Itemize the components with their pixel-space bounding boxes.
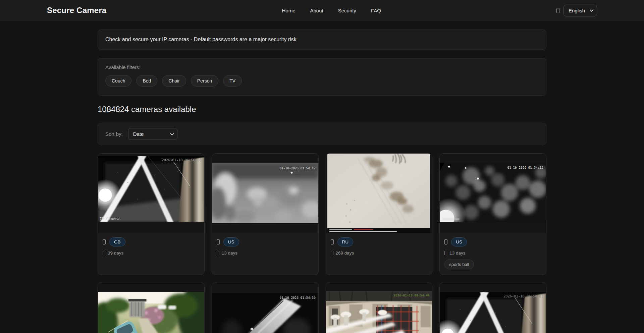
filter-button-tv[interactable]: TV xyxy=(223,75,242,87)
camera-timestamp: 01-10-2026 01:54:30 xyxy=(279,296,316,299)
camera-image-garden-driveway[interactable] xyxy=(98,282,204,333)
camera-image-night-infrared-beams[interactable]: 2026-01-10 06:54:01 xyxy=(440,282,546,333)
camera-image-snowy-road[interactable] xyxy=(326,154,432,233)
flag-icon xyxy=(444,239,447,244)
camera-count-heading: 1084824 cameras available xyxy=(98,105,546,114)
security-warning-text: Check and secure your IP cameras - Defau… xyxy=(105,37,297,42)
camera-timestamp: 01-10-2026 01:54:35 xyxy=(507,166,543,169)
camera-card[interactable]: 01-10-2026 01:54:47 US 13 days xyxy=(212,153,319,275)
country-badge: RU xyxy=(337,237,354,246)
filter-button-couch[interactable]: Couch xyxy=(105,75,131,87)
camera-card[interactable]: 01-10-2026 01:54:30 xyxy=(212,282,319,333)
brand-title: Secure Camera xyxy=(47,6,106,15)
camera-timestamp: 2026-01-10 06:54:01 xyxy=(503,294,543,298)
camera-age: 13 days xyxy=(222,251,237,256)
camera-image-night-infrared-beams[interactable]: 2026-01-10 06:56:08 IP Camera xyxy=(98,154,204,233)
camera-overlay-label: IP Camera xyxy=(100,217,119,221)
flag-icon xyxy=(331,239,334,244)
country-badge: US xyxy=(223,237,239,246)
camera-timestamp: 01-10-2026 01:54:47 xyxy=(279,166,315,170)
detection-tag: sports ball xyxy=(444,260,474,269)
flag-icon xyxy=(103,239,106,244)
camera-age: 39 days xyxy=(108,251,123,256)
sort-label: Sort by: xyxy=(105,131,123,137)
camera-card[interactable]: 01-10-2026 01:54:35 US 13 days sports ba… xyxy=(439,153,546,275)
nav-link-home[interactable]: Home xyxy=(282,8,295,13)
filter-button-chair[interactable]: Chair xyxy=(162,75,186,87)
sort-panel: Sort by: Date xyxy=(98,123,546,145)
camera-timestamp: 2026-01-10 09:54:44 xyxy=(393,293,430,297)
camera-image-dark-plank[interactable]: 01-10-2026 01:54:30 xyxy=(212,282,318,333)
camera-card[interactable]: 2026-01-10 06:54:01 xyxy=(439,282,546,333)
nav-links: Home About Security FAQ xyxy=(106,8,556,13)
sort-select[interactable]: Date xyxy=(128,128,177,140)
security-warning-banner: Check and secure your IP cameras - Defau… xyxy=(98,30,546,50)
camera-card[interactable]: 2026-01-10 06:56:08 IP Camera GB 39 days xyxy=(98,153,205,275)
camera-age: 269 days xyxy=(336,251,354,256)
clock-icon xyxy=(103,251,105,255)
country-badge: GB xyxy=(109,237,125,246)
top-navbar: Secure Camera Home About Security FAQ En… xyxy=(0,0,644,21)
filters-panel: Available filters: Couch Bed Chair Perso… xyxy=(98,58,546,96)
nav-link-security[interactable]: Security xyxy=(338,8,356,13)
filter-button-bed[interactable]: Bed xyxy=(136,75,157,87)
country-badge: US xyxy=(451,237,467,246)
camera-timestamp: 2026-01-10 06:56:08 xyxy=(162,158,202,162)
nav-link-faq[interactable]: FAQ xyxy=(371,8,381,13)
camera-image-night-bokeh[interactable]: 01-10-2026 01:54:35 xyxy=(440,154,546,233)
filter-button-person[interactable]: Person xyxy=(191,75,218,87)
flag-icon xyxy=(217,239,220,244)
camera-age: 13 days xyxy=(449,251,465,256)
camera-card[interactable] xyxy=(98,282,205,333)
nav-link-about[interactable]: About xyxy=(310,8,323,13)
clock-icon xyxy=(444,251,447,255)
language-select[interactable]: English xyxy=(564,5,597,16)
clock-icon xyxy=(217,251,219,255)
globe-icon xyxy=(556,8,559,13)
camera-card[interactable]: RU 269 days xyxy=(326,153,433,275)
camera-image-construction-snow[interactable]: 2026-01-10 09:54:44 xyxy=(326,282,432,333)
camera-card[interactable]: 2026-01-10 09:54:44 xyxy=(326,282,433,333)
filters-label: Available filters: xyxy=(105,64,539,70)
clock-icon xyxy=(331,251,333,255)
camera-grid: 2026-01-10 06:56:08 IP Camera GB 39 days xyxy=(98,153,546,333)
camera-image-foggy-infrared[interactable]: 01-10-2026 01:54:47 xyxy=(212,154,318,233)
